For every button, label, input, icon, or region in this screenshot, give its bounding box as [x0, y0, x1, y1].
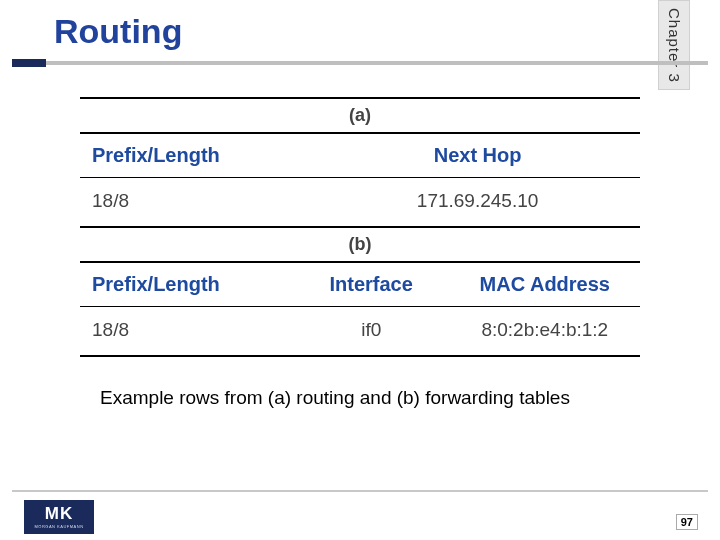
header: Routing	[0, 0, 720, 67]
table-a-caption-row: (a)	[80, 98, 640, 133]
table-b-cell-mac: 8:0:2b:e4:b:1:2	[450, 307, 640, 357]
title-underline	[0, 59, 720, 67]
table-a: (a) Prefix/Length Next Hop 18/8 171.69.2…	[80, 97, 640, 228]
underline-gray	[12, 61, 708, 65]
table-a-header-prefix: Prefix/Length	[80, 133, 315, 178]
table-a-data-row: 18/8 171.69.245.10	[80, 178, 640, 228]
slide: Chapter 3 Routing (a) Prefix/Length Next…	[0, 0, 720, 540]
tables-wrapper: (a) Prefix/Length Next Hop 18/8 171.69.2…	[80, 97, 640, 357]
table-a-cell-nexthop: 171.69.245.10	[315, 178, 640, 228]
table-b-header-row: Prefix/Length Interface MAC Address	[80, 262, 640, 307]
footer-divider	[12, 490, 708, 492]
footer: MK MORGAN KAUFMANN 97	[0, 490, 720, 540]
table-b-header-interface: Interface	[293, 262, 450, 307]
logo-main: MK	[45, 505, 73, 522]
content-area: (a) Prefix/Length Next Hop 18/8 171.69.2…	[0, 67, 720, 409]
publisher-logo: MK MORGAN KAUFMANN	[24, 500, 94, 534]
logo-sub: MORGAN KAUFMANN	[34, 524, 83, 529]
table-b: (b) Prefix/Length Interface MAC Address …	[80, 228, 640, 357]
table-b-header-prefix: Prefix/Length	[80, 262, 293, 307]
table-b-caption-row: (b)	[80, 228, 640, 262]
table-b-header-mac: MAC Address	[450, 262, 640, 307]
table-b-data-row: 18/8 if0 8:0:2b:e4:b:1:2	[80, 307, 640, 357]
table-a-caption: (a)	[80, 98, 640, 133]
table-a-header-nexthop: Next Hop	[315, 133, 640, 178]
figure-caption: Example rows from (a) routing and (b) fo…	[80, 387, 640, 409]
table-b-cell-prefix: 18/8	[80, 307, 293, 357]
page-title: Routing	[0, 12, 720, 57]
table-a-cell-prefix: 18/8	[80, 178, 315, 228]
table-b-caption: (b)	[80, 228, 640, 262]
underline-accent	[12, 59, 46, 67]
table-a-header-row: Prefix/Length Next Hop	[80, 133, 640, 178]
page-number: 97	[676, 514, 698, 530]
table-b-cell-interface: if0	[293, 307, 450, 357]
